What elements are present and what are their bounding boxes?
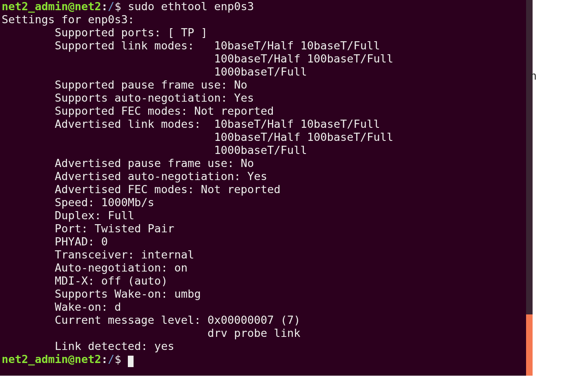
output-line: Link detected: yes xyxy=(2,340,174,352)
output-line: Auto-negotiation: on xyxy=(2,261,187,274)
cursor-icon xyxy=(128,356,134,367)
output-line: MDI-X: off (auto) xyxy=(2,274,167,287)
output-line: Supports auto-negotiation: Yes xyxy=(2,91,254,104)
output-line: Transceiver: internal xyxy=(2,248,194,261)
prompt-sep: : xyxy=(101,353,108,365)
prompt-dollar: $ xyxy=(114,0,128,13)
output-line: Current message level: 0x00000007 (7) xyxy=(2,314,301,326)
command-text: sudo ethtool enp0s3 xyxy=(128,0,254,13)
output-line: Speed: 1000Mb/s xyxy=(2,196,154,209)
output-line: Supported ports: [ TP ] xyxy=(2,26,207,39)
output-line: Advertised FEC modes: Not reported xyxy=(2,183,281,196)
output-line: Settings for enp0s3: xyxy=(2,13,134,26)
prompt-path: / xyxy=(108,353,114,365)
output-line: Advertised pause frame use: No xyxy=(2,157,254,169)
scrollbar-thumb[interactable] xyxy=(526,314,533,376)
prompt-path: / xyxy=(108,0,114,13)
output-line: Duplex: Full xyxy=(2,209,134,222)
prompt-user-host: net2_admin@net2 xyxy=(2,0,101,13)
prompt-sep: : xyxy=(101,0,108,13)
prompt-dollar: $ xyxy=(114,353,128,365)
output-line: 1000baseT/Full xyxy=(2,144,307,156)
output-line: Supports Wake-on: umbg xyxy=(2,287,201,300)
scrollbar-track[interactable] xyxy=(526,0,533,376)
prompt-user-host: net2_admin@net2 xyxy=(2,353,101,365)
output-line: Port: Twisted Pair xyxy=(2,222,174,235)
output-line: 1000baseT/Full xyxy=(2,65,307,78)
output-line: drv probe link xyxy=(2,327,301,339)
output-line: Wake-on: d xyxy=(2,301,121,313)
output-line: 100baseT/Half 100baseT/Full xyxy=(2,52,393,65)
terminal-window[interactable]: net2_admin@net2:/$ sudo ethtool enp0s3 S… xyxy=(0,0,533,376)
stray-character: n xyxy=(530,69,537,82)
output-line: 100baseT/Half 100baseT/Full xyxy=(2,131,393,143)
output-line: Supported link modes: 10baseT/Half 10bas… xyxy=(2,39,380,52)
page-background xyxy=(533,0,562,376)
output-line: PHYAD: 0 xyxy=(2,235,108,248)
output-line: Advertised auto-negotiation: Yes xyxy=(2,170,267,183)
output-line: Supported FEC modes: Not reported xyxy=(2,105,274,117)
output-line: Advertised link modes: 10baseT/Half 10ba… xyxy=(2,118,380,130)
terminal-output[interactable]: net2_admin@net2:/$ sudo ethtool enp0s3 S… xyxy=(0,0,533,366)
output-line: Supported pause frame use: No xyxy=(2,78,247,91)
